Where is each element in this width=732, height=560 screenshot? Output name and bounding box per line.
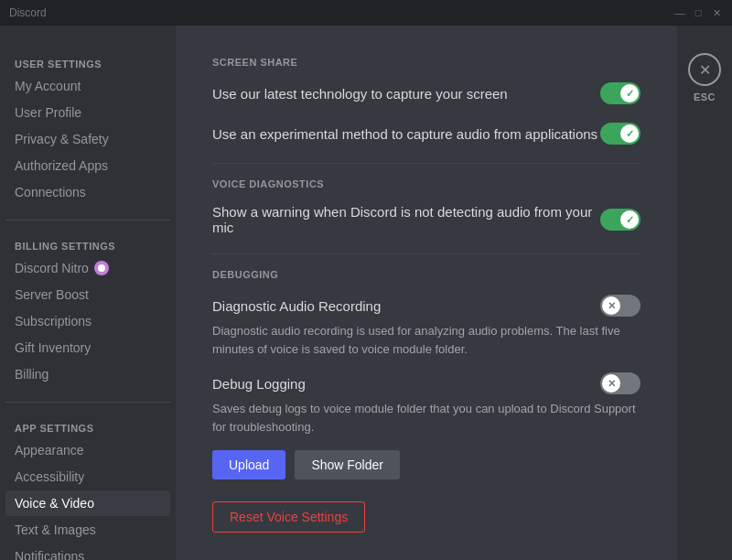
toggle-knob-diag-audio: ✕ xyxy=(602,296,620,315)
sidebar-label-gift-inventory: Gift Inventory xyxy=(15,340,91,355)
toggle-debug-logging[interactable]: ✕ xyxy=(600,372,640,394)
sidebar-label-server-boost: Server Boost xyxy=(15,287,89,302)
sidebar-label-text-images: Text & Images xyxy=(15,522,96,537)
reset-voice-settings-button[interactable]: Reset Voice Settings xyxy=(212,501,365,533)
diag-audio-description: Diagnostic audio recording is used for a… xyxy=(212,322,640,358)
setting-row-audio-capture: Use an experimental method to capture au… xyxy=(212,123,640,145)
setting-label-debug-logging: Debug Logging xyxy=(212,376,600,392)
sidebar-label-user-profile: User Profile xyxy=(15,105,81,120)
toggle-diag-audio[interactable]: ✕ xyxy=(600,295,640,317)
toggle-audio-capture[interactable]: ✓ xyxy=(600,123,640,145)
close-button[interactable]: ✕ xyxy=(710,6,723,19)
debug-buttons-row: Upload Show Folder xyxy=(212,450,640,479)
toggle-x-icon-2: ✕ xyxy=(608,378,616,390)
divider-2 xyxy=(212,253,640,254)
toggle-x-icon: ✕ xyxy=(608,300,616,312)
sidebar-label-authorized-apps: Authorized Apps xyxy=(15,158,108,173)
show-folder-button[interactable]: Show Folder xyxy=(295,450,400,479)
toggle-check-icon: ✓ xyxy=(626,88,634,100)
toggle-voice-warning[interactable]: ✓ xyxy=(600,209,640,231)
toggle-knob-voice-warning: ✓ xyxy=(620,210,639,229)
debugging-heading: DEBUGGING xyxy=(212,269,640,280)
user-settings-label: USER SETTINGS xyxy=(5,53,170,73)
toggle-check-icon-3: ✓ xyxy=(626,214,634,226)
nitro-icon xyxy=(94,261,109,275)
sidebar-label-voice-video: Voice & Video xyxy=(15,496,94,511)
esc-label: ESC xyxy=(694,92,716,102)
sidebar-item-my-account[interactable]: My Account xyxy=(5,73,170,99)
minimize-button[interactable]: — xyxy=(673,6,686,19)
sidebar-divider-2 xyxy=(5,402,170,403)
sidebar-item-notifications[interactable]: Notifications xyxy=(5,544,170,560)
sidebar-divider-1 xyxy=(5,220,170,221)
sidebar-item-connections[interactable]: Connections xyxy=(5,179,170,205)
sidebar-item-appearance[interactable]: Appearance xyxy=(5,437,170,463)
toggle-knob-debug-logging: ✕ xyxy=(602,374,620,393)
app-container: USER SETTINGS My Account User Profile Pr… xyxy=(0,26,732,560)
sidebar-label-appearance: Appearance xyxy=(15,443,84,458)
billing-settings-label: BILLING SETTINGS xyxy=(5,235,170,255)
toggle-screen-capture[interactable]: ✓ xyxy=(600,82,640,104)
sidebar-item-voice-video[interactable]: Voice & Video xyxy=(5,490,170,516)
toggle-knob-audio-capture: ✓ xyxy=(620,124,639,143)
divider-1 xyxy=(212,163,640,164)
toggle-check-icon-2: ✓ xyxy=(626,128,634,140)
sidebar-label-accessibility: Accessibility xyxy=(15,469,84,484)
setting-row-diag-audio: Diagnostic Audio Recording ✕ xyxy=(212,295,640,317)
setting-label-voice-warning: Show a warning when Discord is not detec… xyxy=(212,204,600,235)
sidebar-label-connections: Connections xyxy=(15,185,86,199)
titlebar: Discord — □ ✕ xyxy=(0,0,732,26)
voice-diagnostics-heading: VOICE DIAGNOSTICS xyxy=(212,178,640,189)
maximize-button[interactable]: □ xyxy=(692,6,705,19)
window-controls: — □ ✕ xyxy=(673,6,723,19)
sidebar-label-discord-nitro: Discord Nitro xyxy=(15,261,89,275)
setting-row-debug-logging: Debug Logging ✕ xyxy=(212,372,640,394)
setting-row-screen-capture: Use our latest technology to capture you… xyxy=(212,82,640,104)
sidebar-label-notifications: Notifications xyxy=(15,549,84,560)
main-content: SCREEN SHARE Use our latest technology t… xyxy=(176,26,677,560)
sidebar-item-billing[interactable]: Billing xyxy=(5,361,170,387)
screen-share-heading: SCREEN SHARE xyxy=(212,57,640,68)
sidebar-item-privacy-safety[interactable]: Privacy & Safety xyxy=(5,126,170,152)
sidebar-item-gift-inventory[interactable]: Gift Inventory xyxy=(5,335,170,361)
sidebar-item-subscriptions[interactable]: Subscriptions xyxy=(5,308,170,334)
sidebar-item-user-profile[interactable]: User Profile xyxy=(5,100,170,125)
upload-button[interactable]: Upload xyxy=(212,450,285,479)
esc-container: ✕ ESC xyxy=(677,26,732,560)
setting-label-diag-audio: Diagnostic Audio Recording xyxy=(212,298,600,314)
close-settings-button[interactable]: ✕ xyxy=(688,53,721,86)
setting-label-audio-capture: Use an experimental method to capture au… xyxy=(212,126,600,142)
sidebar-item-authorized-apps[interactable]: Authorized Apps xyxy=(5,153,170,178)
debug-logging-description: Saves debug logs to voice module folder … xyxy=(212,400,640,436)
sidebar-item-accessibility[interactable]: Accessibility xyxy=(5,464,170,490)
app-settings-label: APP SETTINGS xyxy=(5,417,170,437)
sidebar-label-privacy-safety: Privacy & Safety xyxy=(15,132,109,146)
sidebar-label-billing: Billing xyxy=(15,367,48,382)
toggle-knob-screen-capture: ✓ xyxy=(620,84,639,102)
sidebar-item-server-boost[interactable]: Server Boost xyxy=(5,282,170,307)
app-title: Discord xyxy=(9,6,47,19)
sidebar-label-subscriptions: Subscriptions xyxy=(15,314,92,328)
sidebar-item-text-images[interactable]: Text & Images xyxy=(5,517,170,543)
setting-row-voice-warning: Show a warning when Discord is not detec… xyxy=(212,204,640,235)
sidebar-item-discord-nitro[interactable]: Discord Nitro xyxy=(5,255,170,281)
setting-label-screen-capture: Use our latest technology to capture you… xyxy=(212,86,600,102)
sidebar: USER SETTINGS My Account User Profile Pr… xyxy=(0,26,176,560)
sidebar-label-my-account: My Account xyxy=(15,79,81,93)
